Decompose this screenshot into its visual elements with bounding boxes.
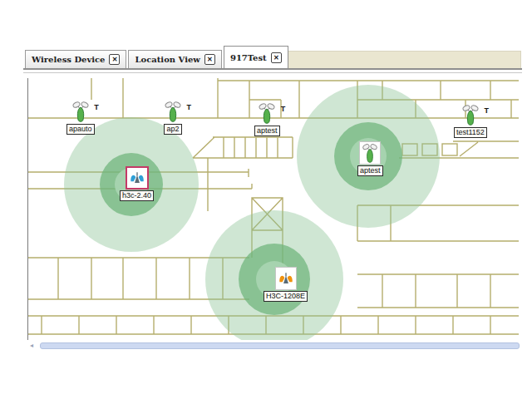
- access-point-h3c-1208e[interactable]: H3C-1208E: [264, 267, 308, 302]
- tab-label: 917Test: [230, 53, 267, 62]
- tab-label: Location View: [135, 55, 200, 64]
- tab-label: Wireless Device: [32, 55, 105, 64]
- status-badge: T: [94, 103, 99, 111]
- scroll-left-icon[interactable]: ◂: [30, 342, 33, 349]
- access-point-test1152[interactable]: T test1152: [454, 103, 487, 138]
- antenna-icon: T: [461, 103, 480, 126]
- close-icon[interactable]: ✕: [204, 54, 215, 65]
- status-badge: T: [187, 103, 192, 111]
- ap-name-label: ap2: [164, 124, 181, 135]
- location-view-window: Wireless Device ✕ Location View ✕ 917Tes…: [23, 46, 522, 352]
- map-viewport[interactable]: T apauto T ap2: [27, 78, 520, 340]
- access-point-apauto[interactable]: T apauto: [66, 100, 95, 135]
- close-icon[interactable]: ✕: [271, 52, 282, 63]
- status-badge: T: [484, 106, 489, 115]
- ap-name-label: test1152: [454, 127, 487, 138]
- ap-name-label: aptest: [254, 126, 280, 136]
- tab-bar: Wireless Device ✕ Location View ✕ 917Tes…: [25, 47, 290, 68]
- fit-ap-icon: [126, 166, 149, 190]
- antenna-icon: T: [163, 100, 183, 123]
- antenna-icon: T: [257, 101, 277, 125]
- ap-name-label: apauto: [66, 124, 95, 135]
- access-point-h3c-2-40[interactable]: h3c-2.40: [120, 166, 154, 201]
- ap-name-label: aptest: [357, 165, 383, 176]
- ap-name-label: H3C-1208E: [264, 291, 308, 302]
- status-badge: T: [281, 105, 286, 113]
- access-point-aptest-right[interactable]: aptest: [357, 141, 383, 176]
- tab-strip-border: [23, 68, 522, 73]
- tab-917test[interactable]: 917Test ✕: [224, 46, 288, 68]
- scrollbar-thumb[interactable]: [40, 342, 520, 349]
- antenna-icon: T: [71, 100, 91, 123]
- fit-ap-icon: [275, 267, 297, 290]
- tab-location-view[interactable]: Location View ✕: [128, 50, 221, 68]
- antenna-icon: [359, 141, 381, 165]
- horizontal-scrollbar: ◂: [28, 342, 521, 349]
- screen: Wireless Device ✕ Location View ✕ 917Tes…: [0, 0, 532, 399]
- access-point-aptest-top[interactable]: T aptest: [254, 101, 280, 136]
- tab-wireless-device[interactable]: Wireless Device ✕: [25, 50, 126, 68]
- close-icon[interactable]: ✕: [109, 54, 120, 65]
- ap-name-label: h3c-2.40: [120, 190, 154, 201]
- access-point-ap2[interactable]: T ap2: [163, 100, 183, 135]
